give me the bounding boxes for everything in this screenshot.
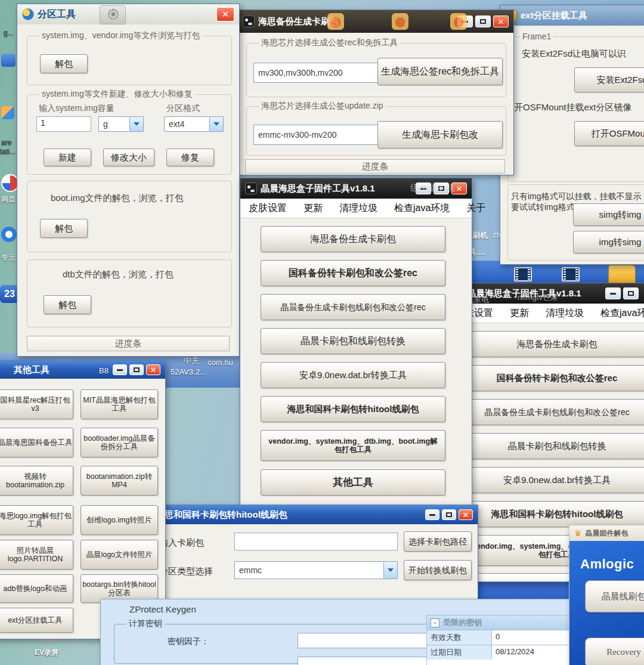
background-label: com.hu [208,358,233,367]
choose-path-button[interactable]: 选择卡刷包路径 [404,531,472,552]
titlebar[interactable]: 海思和国科卡刷包转hitool线刷包 ✕ [151,505,478,524]
tool-button[interactable]: 其他工具 [261,469,445,496]
simg-to-img-button[interactable]: simg转img [573,203,644,226]
maximize-button[interactable] [129,364,144,375]
titlebar[interactable]: 海思备份生成卡刷包 ✕ [238,10,513,33]
grid-header[interactable]: − 受限的密钥 [427,615,572,630]
close-button[interactable]: ✕ [459,509,473,520]
amlogic-flash-button[interactable]: 晶晨线刷包 [585,580,644,613]
tool-button[interactable]: 海思logo.img解包打包工具 [0,505,73,535]
unpack-boot-button[interactable]: 解包 [40,219,88,238]
tool-button[interactable]: 国科晨星rec解压打包v3 [0,389,73,419]
generate-rec-button[interactable]: 生成海思公签rec和免拆工具 [377,58,503,85]
window-title: 其他工具 [14,364,49,376]
unpack-dtb-button[interactable]: 解包 [44,295,91,314]
menu-skin[interactable]: 皮肤设置 [249,202,287,215]
resize-button[interactable]: 修改大小 [103,149,154,166]
recovery-button[interactable]: Recovery [585,638,644,665]
dtb-label: dtb文件的解包，浏览，打包 [63,269,174,280]
img-to-simg-button[interactable]: img转simg [573,231,644,253]
menu-bar: 皮肤设置 更新 清理垃圾 检查java环境 关于 [240,199,472,218]
titlebar[interactable]: ext分区挂载工具 [500,5,644,26]
window-partition-tool: 分区工具 ✕ system.img、vendor.img等文件浏览与打包 解包 … [17,4,240,357]
bootimg-group [27,181,232,252]
titlebar[interactable]: 分区工具 ✕ [17,4,239,24]
tool-button[interactable]: 晶晨备份生成卡刷包线刷包和改公签rec [465,399,644,425]
format-combo[interactable]: ext4 [164,116,224,132]
tool-button[interactable]: 海思和国科卡刷包转hitool线刷包 [465,501,644,527]
background-app-icon [392,13,408,30]
maximize-button[interactable] [442,509,456,520]
minimize-button[interactable] [605,287,621,299]
progress-bar: 进度条 [245,159,505,174]
chip-select-combo[interactable]: mv300,mv300h,mv200 [253,63,395,83]
generate-update-button[interactable]: 生成海思卡刷包改 [377,121,503,149]
maximize-button[interactable] [475,16,491,27]
tool-button[interactable]: MIT晶晨海思解包打包工具 [80,389,158,419]
browser-icon[interactable] [1,227,17,242]
desktop-icon[interactable] [1,106,14,119]
desktop-icon-label: EV录屏 [35,648,58,658]
menu-update[interactable]: 更新 [510,307,529,320]
tool-button[interactable]: 晶晨海思国科备份工具 [0,428,73,457]
tool-button[interactable]: bootanimation.zip转MP4 [80,466,158,496]
bootimg-label: boot.img文件的解包，浏览，打包 [51,193,184,204]
unpack-button[interactable]: 解包 [40,54,88,73]
tool-button[interactable]: 安卓9.0new.dat.br转换工具 [465,467,644,493]
tool-button[interactable]: adb替换logo和动画 [0,574,73,603]
tool-button[interactable]: 晶晨logo文件转照片 [80,540,158,570]
tool-button[interactable]: bootloader.img晶晨备份拆分工具 [80,428,158,457]
menu-about[interactable]: 关于 [466,202,485,215]
minimize-button[interactable] [113,364,127,375]
maximize-button[interactable] [623,287,639,299]
tool-button[interactable]: 国科备份转卡刷包和改公签rec [261,260,445,286]
window-ext-mount: ext分区挂载工具 Frame1 安装Ext2Fsd让电脑可以识 安装Ext2F… [500,5,644,265]
tool-button[interactable]: 安卓9.0new.dat.br转换工具 [261,362,445,388]
menu-java[interactable]: 检查java环境 [394,202,450,215]
menu-update[interactable]: 更新 [304,202,323,215]
partition-type-combo[interactable]: emmc [234,561,398,579]
tool-button[interactable]: 晶晨卡刷包和线刷包转换 [465,433,644,459]
capacity-input[interactable]: 1 [36,116,91,132]
menu-clean[interactable]: 清理垃圾 [339,202,377,215]
open-osfmount-button[interactable]: 打开OSFMount [574,121,644,146]
tool-button[interactable]: 晶晨备份生成卡刷包线刷包和改公签rec [261,294,445,320]
menu-bar: 皮肤设置 更新 清理垃圾 检查java环境 关于 [447,304,644,323]
start-convert-button[interactable]: 开始转换线刷包 [404,560,472,580]
film-icon [562,267,580,282]
dropdown-arrow-icon[interactable] [383,562,397,579]
background-label: B8 [99,366,109,375]
tool-button[interactable]: vendor.img、system.img、dtb.img、boot.img解包… [261,430,445,461]
tool-button[interactable]: ext分区挂载工具 [0,608,73,633]
desktop-icon-label[interactable]: g... [4,29,14,37]
tool-button[interactable]: 海思备份生成卡刷包 [465,331,644,357]
tool-button[interactable]: 创维logo.img转照片 [80,505,158,535]
titlebar[interactable]: ♛ 晶晨固件解包 [569,525,644,541]
close-button[interactable]: ✕ [216,7,234,21]
menu-clean[interactable]: 清理垃圾 [546,307,584,320]
desktop-icon[interactable] [1,54,16,67]
tool-button[interactable]: 国科备份转卡刷包和改公签rec [465,365,644,391]
osfmount-note: 打开OSFMount挂载ext分区镜像 [505,102,632,113]
collapse-icon[interactable]: − [431,618,439,627]
minimize-button[interactable] [425,509,439,520]
install-ext2fsd-button[interactable]: 安装Ext2Fsd [574,67,644,92]
titlebar[interactable]: 其他工具 ✕ [0,361,165,379]
tool-button[interactable]: 视频转bootanimation.zip [0,466,73,496]
repair-button[interactable]: 修复 [166,149,214,166]
tool-button[interactable]: 海思备份生成卡刷包 [261,226,445,252]
tool-button[interactable]: 晶晨卡刷包和线刷包转换 [261,328,445,354]
package-path-input[interactable] [234,533,398,550]
dropdown-arrow-icon[interactable] [129,117,143,131]
dropdown-arrow-icon[interactable] [209,117,223,131]
unit-combo[interactable]: g [98,116,144,132]
close-button[interactable]: ✕ [493,16,509,27]
close-button[interactable]: ✕ [146,364,160,375]
create-button[interactable]: 新建 [44,149,91,166]
tool-button[interactable]: 照片转晶晨logo.PARTITION [0,540,73,570]
window-title: 海思备份生成卡刷包 [258,16,339,27]
menu-java[interactable]: 检查java环境 [600,307,644,320]
window-title: 晶晨固件解包 [586,528,628,539]
tool-button[interactable]: 海思和国科卡刷包转hitool线刷包 [261,396,445,422]
update-chip-combo[interactable]: emmc-mv300-mv200 [253,125,395,145]
